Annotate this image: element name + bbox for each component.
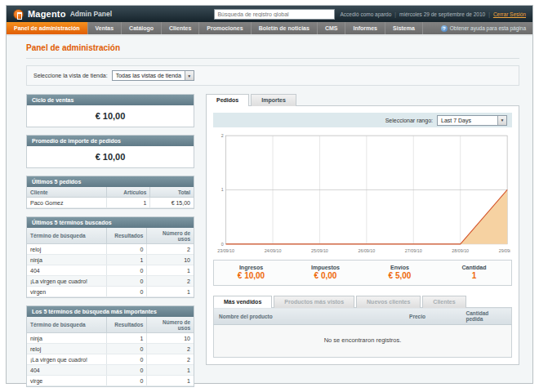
tab-new-customers[interactable]: Nuevos clientes	[356, 296, 421, 308]
products-grid: Nombre del producto Precio Cantidad pedi…	[213, 307, 512, 358]
table-row[interactable]: ¡La virgen que cuadro!02	[27, 276, 194, 287]
svg-text:29/09/10: 29/09/10	[499, 248, 510, 253]
chart-tab-content: Seleccionar rango: Last 7 Days ▼ 01223/0…	[206, 105, 519, 365]
nav-item-dashboard[interactable]: Panel de administración	[7, 22, 88, 34]
table-row[interactable]: 40401	[27, 265, 194, 276]
panel-title: Promedio de importe de pedidos	[27, 136, 194, 146]
svg-text:28/09/10: 28/09/10	[452, 248, 469, 253]
logged-in-as: Accedió como apardo	[340, 11, 391, 17]
svg-text:26/09/10: 26/09/10	[358, 248, 375, 253]
separator: |	[394, 11, 396, 17]
help-link[interactable]: ? Obtener ayuda para esta página	[434, 22, 532, 34]
admin-window: Magento Admin Panel Accedió como apardo …	[6, 5, 533, 384]
top-search-terms-table: Término de búsqueda Resultados Número de…	[27, 317, 194, 386]
range-label: Seleccionar rango:	[385, 118, 433, 123]
last-search-terms-table: Término de búsqueda Resultados Número de…	[27, 228, 194, 297]
nav-item-promociones[interactable]: Promociones	[199, 22, 251, 34]
last-orders-table: Cliente Artículos Total Paco Gomez 1 € 1…	[27, 187, 194, 208]
stat-envios: Envíos € 5,00	[363, 265, 437, 280]
svg-text:24/09/10: 24/09/10	[265, 248, 282, 253]
tab-customers[interactable]: Clientes	[422, 296, 466, 308]
table-row[interactable]: reloj02	[27, 244, 194, 255]
store-view-select[interactable]: Todas las vistas de tienda ▼	[112, 70, 194, 81]
range-bar: Seleccionar rango: Last 7 Days ▼	[213, 113, 512, 127]
stat-ingresos: Ingresos € 10,00	[214, 265, 288, 280]
totals-bar: Ingresos € 10,00 Impuestos € 0,00 Envíos…	[213, 260, 512, 286]
svg-text:1: 1	[221, 187, 224, 192]
table-row[interactable]: 40401	[27, 365, 194, 376]
lifetime-sales-panel: Ciclo de ventas € 10,00	[26, 94, 194, 127]
average-orders-panel: Promedio de importe de pedidos € 10,00	[26, 135, 194, 168]
average-orders-value: € 10,00	[27, 146, 194, 167]
chevron-down-icon: ▼	[185, 71, 194, 80]
table-row[interactable]: virge01	[27, 376, 194, 386]
chart-tabs: Pedidos Importes	[206, 94, 519, 105]
magento-logo-icon	[13, 9, 24, 20]
panel-title: Últimos 5 términos buscados	[27, 217, 194, 228]
table-row[interactable]: ¡La virgen que cuadro!02	[27, 354, 194, 365]
table-row[interactable]: virgen01	[27, 287, 194, 297]
svg-text:2: 2	[221, 133, 224, 138]
panel-title: Últimos 5 pedidos	[27, 176, 194, 187]
current-date: miércoles 29 de septiembre de 2010	[399, 11, 485, 17]
lifetime-sales-value: € 10,00	[27, 105, 194, 127]
svg-text:23/09/10: 23/09/10	[217, 248, 234, 253]
logout-link[interactable]: Cerrar Sesión	[493, 11, 526, 17]
empty-records-message: No se encontraron registros.	[214, 325, 512, 358]
nav-item-catalogo[interactable]: Catálogo	[122, 22, 162, 34]
global-search-input[interactable]	[214, 9, 335, 20]
nav-item-clientes[interactable]: Clientes	[162, 22, 199, 34]
nav-item-sistema[interactable]: Sistema	[385, 22, 423, 34]
nav-item-ventas[interactable]: Ventas	[88, 22, 122, 34]
last-orders-panel: Últimos 5 pedidos Cliente Artículos Tota…	[26, 176, 194, 209]
store-view-label: Seleccione la vista de tienda:	[33, 73, 108, 78]
help-label: Obtener ayuda para esta página	[450, 25, 526, 31]
sidebar-stats: Ciclo de ventas € 10,00 Promedio de impo…	[26, 94, 194, 392]
separator: |	[488, 11, 490, 17]
svg-text:27/09/10: 27/09/10	[405, 248, 422, 253]
chevron-down-icon: ▼	[497, 116, 506, 125]
table-row[interactable]: reloj02	[27, 344, 194, 354]
nav-item-cms[interactable]: CMS	[318, 22, 346, 34]
table-row[interactable]: ninja110	[27, 333, 194, 344]
logo-subtitle: Admin Panel	[70, 10, 112, 18]
orders-area-chart: 01223/09/1024/09/1025/09/1026/09/1027/09…	[215, 131, 510, 255]
logo-text: Magento	[28, 9, 66, 19]
tab-importes[interactable]: Importes	[251, 94, 296, 106]
orders-chart-wrap: 01223/09/1024/09/1025/09/1026/09/1027/09…	[213, 127, 512, 258]
help-icon: ?	[441, 25, 448, 32]
panel-title: Ciclo de ventas	[27, 95, 194, 105]
range-select[interactable]: Last 7 Days ▼	[437, 115, 507, 126]
stat-cantidad: Cantidad 1	[437, 265, 511, 280]
table-row[interactable]: ninja110	[27, 255, 194, 265]
svg-text:0: 0	[221, 242, 224, 247]
panel-title: Los 5 términos de búsqueda más important…	[27, 306, 194, 317]
tab-most-viewed[interactable]: Productos más vistos	[274, 296, 354, 308]
tab-pedidos[interactable]: Pedidos	[206, 94, 249, 106]
main-nav: Panel de administración Ventas Catálogo …	[7, 22, 532, 36]
product-tabs: Más vendidos Productos más vistos Nuevos…	[213, 296, 512, 307]
stat-impuestos: Impuestos € 0,00	[288, 265, 363, 280]
nav-item-boletin[interactable]: Boletín de noticias	[252, 22, 318, 34]
svg-text:25/09/10: 25/09/10	[311, 248, 328, 253]
nav-item-informes[interactable]: Informes	[345, 22, 385, 34]
top-search-terms-panel: Los 5 términos de búsqueda más important…	[26, 305, 194, 387]
table-row[interactable]: Paco Gomez 1 € 15,00	[27, 198, 194, 208]
tab-best-sellers[interactable]: Más vendidos	[213, 296, 272, 308]
top-header: Magento Admin Panel Accedió como apardo …	[7, 6, 532, 22]
page-title: Panel de administración	[26, 36, 519, 59]
dashboard-main: Pedidos Importes Seleccionar rango: Last…	[206, 94, 519, 365]
store-view-bar: Seleccione la vista de tienda: Todas las…	[26, 65, 519, 86]
last-search-terms-panel: Últimos 5 términos buscados Término de b…	[26, 216, 194, 298]
